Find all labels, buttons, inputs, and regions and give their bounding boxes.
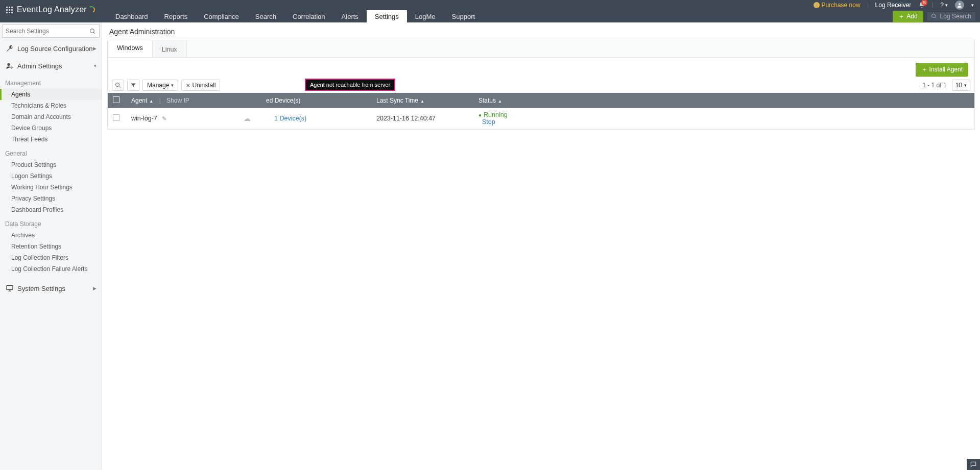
uninstall-button[interactable]: ✕ Uninstall [181, 80, 220, 91]
chevron-down-icon: ▾ [171, 83, 174, 88]
sidebar-item-working-hour[interactable]: Working Hour Settings [0, 182, 102, 193]
chevron-down-icon: ▾ [945, 3, 948, 8]
sidebar-item-product-settings[interactable]: Product Settings [0, 159, 102, 170]
svg-point-0 [959, 3, 961, 5]
add-button[interactable]: ＋ Add [893, 11, 923, 22]
nav-alerts[interactable]: Alerts [333, 10, 367, 22]
table-controls: Manage▾ ✕ Uninstall Agent not reachable … [108, 80, 974, 93]
apps-grid-icon[interactable] [6, 7, 13, 13]
sidebar-section-label: Log Source Configuration [17, 45, 92, 53]
nav-logme[interactable]: LogMe [407, 10, 444, 22]
chevron-down-icon: ▾ [971, 3, 974, 8]
cloud-icon[interactable]: ☁ [244, 114, 251, 122]
notifications-button[interactable]: 5 [918, 2, 925, 9]
svg-line-2 [935, 17, 936, 19]
tab-windows[interactable]: Windows [108, 40, 153, 57]
install-agent-label: Install Agent [929, 66, 963, 73]
sidebar-group-storage: Data Storage [0, 215, 102, 230]
page-size-dropdown[interactable]: 10▾ [952, 80, 970, 91]
sidebar-item-privacy[interactable]: Privacy Settings [0, 193, 102, 204]
sidebar-item-threat-feeds[interactable]: Threat Feeds [0, 134, 102, 145]
nav-support[interactable]: Support [444, 10, 484, 22]
row-checkbox[interactable] [113, 114, 119, 121]
nav-compliance[interactable]: Compliance [196, 10, 247, 22]
nav-reports[interactable]: Reports [156, 10, 196, 22]
sidebar-item-dashboard-profiles[interactable]: Dashboard Profiles [0, 204, 102, 215]
nav-actions: ＋ Add Log Search [893, 10, 980, 22]
table-row: win-log-7 ✎ ☁ 1 Device(s) 2023-11-16 12:… [108, 108, 974, 129]
sidebar-item-technicians[interactable]: Technicians & Roles [0, 100, 102, 111]
search-icon [89, 28, 96, 35]
nav-search[interactable]: Search [247, 10, 284, 22]
help-label: ? [940, 2, 944, 9]
close-icon: ✕ [186, 83, 190, 88]
sidebar-system-settings[interactable]: System Settings ▶ [0, 280, 102, 297]
os-tabs: Windows Linux [108, 40, 974, 58]
svg-line-9 [119, 86, 121, 88]
col-monitored: ed Device(s) [266, 97, 300, 104]
install-agent-button[interactable]: ＋ Install Agent [916, 63, 968, 77]
status-badge: Running [479, 111, 969, 118]
product-logo[interactable]: EventLog Analyzer [17, 5, 95, 14]
col-agent[interactable]: Agent [131, 97, 147, 104]
divider [868, 2, 868, 8]
notification-count: 5 [921, 0, 927, 6]
col-status[interactable]: Status [479, 97, 496, 104]
sidebar-search[interactable] [2, 24, 100, 38]
sidebar-log-source-config[interactable]: Log Source Configuration ▶ [0, 40, 102, 57]
svg-line-4 [93, 32, 95, 34]
divider: | [155, 97, 165, 104]
status-text: Running [484, 111, 508, 118]
log-search-label: Log Search [940, 13, 971, 20]
svg-point-1 [931, 14, 935, 18]
agent-stop-link[interactable]: Stop [482, 118, 495, 126]
sidebar-item-failure-alerts[interactable]: Log Collection Failure Alerts [0, 263, 102, 275]
product-name: EventLog Analyzer [17, 5, 87, 14]
sidebar-item-agents[interactable]: Agents [0, 89, 102, 100]
select-all-checkbox[interactable] [113, 96, 119, 103]
utility-bar: 🛒 Purchase now Log Receiver 5 ?▾ ▾ [0, 0, 980, 10]
log-search-button[interactable]: Log Search [926, 11, 976, 21]
sort-asc-icon: ▲ [149, 99, 153, 104]
filter-icon [130, 82, 136, 88]
manage-dropdown[interactable]: Manage▾ [142, 80, 178, 91]
sort-asc-icon: ▲ [498, 99, 502, 104]
monitor-icon [5, 284, 14, 293]
agent-panel: Windows Linux ＋ Install Agent Manage▾ ✕ … [107, 40, 975, 130]
tab-linux[interactable]: Linux [153, 40, 187, 57]
main-nav-bar: EventLog Analyzer Dashboard Reports Comp… [0, 10, 980, 22]
sidebar-item-device-groups[interactable]: Device Groups [0, 122, 102, 134]
main-content: Agent Administration Windows Linux ＋ Ins… [102, 22, 980, 470]
agent-name: win-log-7 [131, 115, 157, 122]
monitored-devices-link[interactable]: 1 Device(s) [274, 115, 306, 122]
sidebar-admin-settings[interactable]: Admin Settings ▾ [0, 57, 102, 75]
sidebar-search-input[interactable] [6, 28, 89, 35]
search-icon [931, 13, 937, 19]
sidebar-item-domain[interactable]: Domain and Accounts [0, 111, 102, 122]
sidebar-item-logon-settings[interactable]: Logon Settings [0, 170, 102, 182]
sidebar-item-collection-filters[interactable]: Log Collection Filters [0, 252, 102, 263]
last-sync-value: 2023-11-16 12:40:47 [371, 108, 473, 129]
sidebar-item-archives[interactable]: Archives [0, 230, 102, 241]
sidebar-item-retention[interactable]: Retention Settings [0, 241, 102, 252]
nav-settings[interactable]: Settings [367, 10, 407, 22]
col-last-sync[interactable]: Last Sync Time [376, 97, 418, 104]
uninstall-label: Uninstall [192, 82, 216, 89]
table-filter-button[interactable] [127, 80, 139, 91]
table-search-button[interactable] [112, 80, 124, 91]
show-ip-toggle[interactable]: Show IP [166, 97, 189, 104]
svg-point-3 [90, 29, 94, 33]
help-menu[interactable]: ?▾ [940, 2, 948, 9]
chat-icon [970, 461, 977, 468]
page-size-value: 10 [955, 82, 962, 89]
agents-table: Agent▲ | Show IP Monitored Device(s) Las… [108, 93, 974, 129]
nav-correlation[interactable]: Correlation [284, 10, 333, 22]
nav-dashboard[interactable]: Dashboard [107, 10, 156, 22]
col-monitored-cell[interactable]: Monitored Device(s) [269, 93, 371, 108]
chat-button[interactable] [967, 459, 980, 470]
brand-block: EventLog Analyzer [0, 5, 107, 14]
user-menu[interactable] [955, 1, 964, 10]
log-receiver-link[interactable]: Log Receiver [875, 2, 912, 9]
purchase-now-link[interactable]: 🛒 Purchase now [814, 2, 861, 9]
edit-icon[interactable]: ✎ [162, 115, 166, 121]
